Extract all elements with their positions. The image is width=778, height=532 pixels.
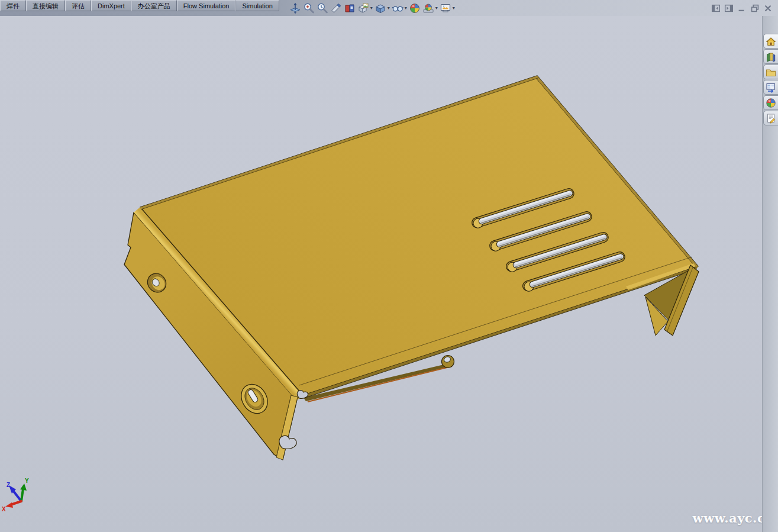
commandmanager-tab-0[interactable]: 焊件: [0, 0, 26, 11]
commandmanager-tab-5[interactable]: Flow Simulation: [177, 0, 236, 11]
display-style-icon: [375, 2, 386, 14]
headsup-view-toolbar: ▾▾▾▾▾: [289, 0, 456, 16]
commandmanager-tabs: 焊件直接编辑评估DimXpert办公室产品Flow SimulationSimu…: [0, 0, 279, 12]
view-settings-dropdown-arrow[interactable]: ▾: [451, 5, 456, 11]
task-pane: [762, 16, 778, 532]
apply-scene-button[interactable]: [422, 1, 435, 15]
commandmanager-tab-3[interactable]: DimXpert: [91, 0, 131, 11]
hide-show-items-button[interactable]: [391, 1, 405, 15]
corner-notch: [297, 391, 308, 399]
display-style-dropdown-arrow[interactable]: ▾: [386, 5, 391, 11]
view-orientation-dropdown-arrow[interactable]: ▾: [369, 5, 374, 11]
flange-edge-notch: [279, 436, 296, 449]
3d-scene[interactable]: Z Y X: [0, 16, 778, 532]
previous-view-icon: [317, 2, 328, 14]
triad-y-label: Y: [25, 478, 29, 484]
section-view-icon: [330, 2, 342, 14]
commandmanager-tab-2[interactable]: 评估: [65, 0, 91, 11]
triad-x-label: X: [2, 506, 6, 512]
collapse-left-pane-button[interactable]: [709, 3, 722, 14]
view-palette-icon: [766, 82, 776, 93]
design-library-icon: [766, 51, 776, 62]
close-button[interactable]: [761, 3, 774, 14]
section-view-button[interactable]: [330, 1, 343, 15]
sheet-metal-part[interactable]: [124, 76, 699, 460]
zoom-to-fit-icon: [289, 2, 301, 14]
triad-y-arrow: [20, 483, 27, 491]
task-pane-tab-file-explorer[interactable]: [763, 65, 778, 79]
edit-appearance-button[interactable]: [408, 1, 422, 15]
zoom-to-area-icon: [303, 2, 315, 14]
hide-show-items-dropdown-arrow[interactable]: ▾: [403, 5, 408, 11]
minimize-icon: [737, 3, 747, 14]
collapse-left-pane-icon: [711, 3, 721, 14]
task-pane-tabs: [763, 34, 778, 126]
home-icon: [766, 36, 776, 47]
view-orientation-icon: [357, 2, 369, 14]
custom-properties-icon: [766, 113, 776, 124]
front-tab[interactable]: [442, 356, 454, 368]
task-pane-tab-appearances-scenes[interactable]: [763, 95, 778, 110]
task-pane-tab-view-palette[interactable]: [763, 80, 778, 95]
apply-scene-icon: [422, 2, 434, 14]
close-icon: [763, 3, 773, 14]
task-pane-tab-home[interactable]: [763, 34, 778, 49]
restore-icon: [750, 3, 760, 14]
triad-x-arrow: [5, 502, 13, 508]
drawing-view-icon: [344, 2, 356, 14]
view-settings-button[interactable]: [439, 1, 453, 15]
restore-button[interactable]: [748, 3, 761, 14]
task-pane-tab-custom-properties[interactable]: [763, 111, 778, 125]
collapse-right-pane-button[interactable]: [722, 3, 735, 14]
view-settings-icon: [440, 2, 451, 14]
commandmanager-tab-6[interactable]: Simulation: [235, 0, 279, 11]
drawing-view-button[interactable]: [343, 1, 357, 15]
commandmanager-tab-1[interactable]: 直接编辑: [26, 0, 65, 11]
graphics-area[interactable]: Z Y X www.ayc.cn: [0, 16, 778, 532]
display-style-button[interactable]: [374, 1, 388, 15]
zoom-to-fit-button[interactable]: [289, 1, 302, 15]
file-explorer-icon: [766, 67, 776, 78]
zoom-to-area-button[interactable]: [302, 1, 316, 15]
reference-triad: Z Y X: [2, 478, 29, 512]
task-pane-tab-design-library[interactable]: [763, 49, 778, 64]
hide-show-items-icon: [392, 2, 403, 14]
edit-appearance-icon: [409, 2, 421, 14]
commandmanager-tab-4[interactable]: 办公室产品: [131, 0, 177, 11]
collapse-right-pane-icon: [724, 3, 734, 14]
view-orientation-button[interactable]: [357, 1, 370, 15]
apply-scene-dropdown-arrow[interactable]: ▾: [434, 5, 439, 11]
appearances-scenes-icon: [766, 98, 776, 108]
triad-z-label: Z: [7, 482, 10, 488]
top-toolbar: 焊件直接编辑评估DimXpert办公室产品Flow SimulationSimu…: [0, 0, 778, 16]
minimize-button[interactable]: [735, 3, 748, 14]
previous-view-button[interactable]: [316, 1, 330, 15]
window-controls: [709, 0, 774, 16]
